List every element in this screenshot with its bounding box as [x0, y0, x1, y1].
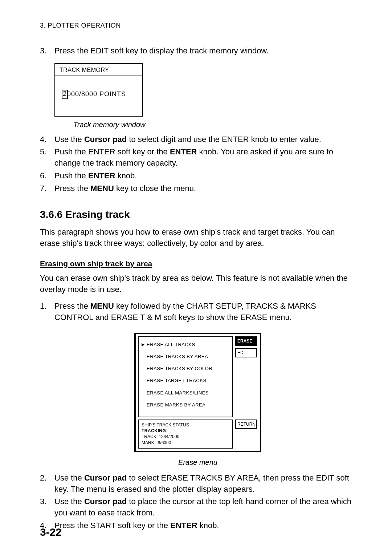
subsection-heading: Erasing own ship track by area	[40, 258, 356, 269]
track-memory-value: 000/8000 POINTS	[67, 90, 126, 99]
step-text: Push the ENTER knob.	[54, 171, 137, 180]
sub-step-3: 3. Use the Cursor pad to place the curso…	[40, 496, 356, 519]
erase-menu-item: ERASE TRACKS BY COLOR	[142, 365, 229, 372]
erase-menu-item: ▶ ERASE ALL TRACKS	[142, 341, 229, 348]
step-text: Use the Cursor pad to select digit and u…	[54, 135, 321, 144]
step-text: Press the MENU key to close the menu.	[54, 184, 196, 193]
step-3: 3. Press the EDIT soft key to display th…	[40, 45, 356, 57]
step-6: 6. Push the ENTER knob.	[40, 170, 356, 182]
erase-menu-list: ▶ ERASE ALL TRACKS ERASE TRACKS BY AREA …	[138, 336, 233, 417]
sub-step-4: 4. Press the START soft key or the ENTER…	[40, 520, 356, 531]
erase-menu-item: ERASE TARGET TRACKS	[142, 377, 229, 384]
step-text: Push the ENTER soft key or the ENTER kno…	[54, 147, 333, 167]
step-number: 5.	[40, 146, 51, 158]
step-text: Use the Cursor pad to place the cursor a…	[54, 497, 351, 517]
step-number: 4.	[40, 134, 51, 145]
page-number: 3-22	[40, 524, 62, 540]
erase-menu-item: ERASE TRACKS BY AREA	[142, 353, 229, 360]
erase-menu-item: ERASE ALL MARKS/LINES	[142, 390, 229, 396]
step-number: 2.	[40, 473, 51, 484]
step-text: Press the START soft key or the ENTER kn…	[54, 521, 219, 530]
track-memory-caption: Track memory window	[73, 119, 356, 130]
sub-step-1: 1. Press the MENU key followed by the CH…	[40, 301, 356, 323]
softkey-erase: ERASE	[235, 336, 257, 346]
step-number: 6.	[40, 170, 51, 182]
step-5: 5. Push the ENTER soft key or the ENTER …	[40, 146, 356, 169]
step-7: 7. Press the MENU key to close the menu.	[40, 183, 356, 194]
erase-menu-status: SHIP'S TRACK STATUS TRACKING TRACK: 1234…	[138, 420, 233, 449]
step-text: Press the MENU key followed by the CHART…	[54, 301, 316, 322]
step-text: Press the EDIT soft key to display the t…	[54, 46, 269, 55]
section-heading: 3.6.6 Erasing track	[40, 207, 356, 222]
erase-menu-figure: ▶ ERASE ALL TRACKS ERASE TRACKS BY AREA …	[40, 333, 356, 452]
step-number: 3.	[40, 45, 51, 57]
step-number: 3.	[40, 496, 51, 507]
step-text: Use the Cursor pad to select ERASE TRACK…	[54, 473, 349, 494]
softkey-return: RETURN	[235, 420, 257, 429]
softkey-edit: EDIT	[235, 348, 257, 357]
pointer-icon: ▶	[142, 342, 147, 347]
erase-menu-caption: Erase menu	[40, 457, 356, 467]
track-memory-title: TRACK MEMORY	[55, 64, 142, 76]
subsection-paragraph: You can erase own ship's track by area a…	[40, 273, 356, 295]
track-memory-figure: TRACK MEMORY 2000/8000 POINTS Track memo…	[54, 63, 356, 130]
sub-step-2: 2. Use the Cursor pad to select ERASE TR…	[40, 473, 356, 495]
section-paragraph: This paragraph shows you how to erase ow…	[40, 227, 356, 249]
running-header: 3. PLOTTER OPERATION	[40, 21, 356, 30]
erase-menu-item: ERASE MARKS BY AREA	[142, 402, 229, 408]
step-number: 1.	[40, 301, 51, 312]
step-4: 4. Use the Cursor pad to select digit an…	[40, 134, 356, 145]
step-number: 7.	[40, 183, 51, 194]
